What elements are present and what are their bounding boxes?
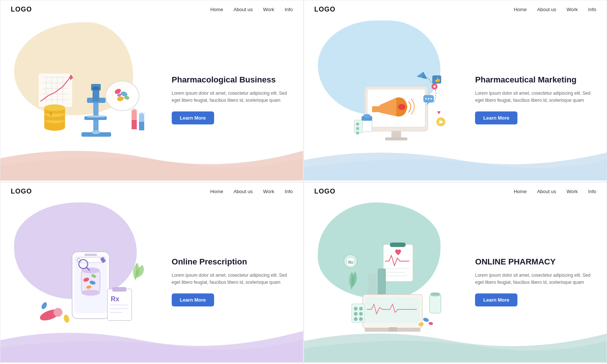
nav-3: LOGO Home About us Work Info [0, 182, 303, 201]
svg-text:Rx: Rx [111, 295, 119, 303]
text-area-3: Online Prescription Lorem ipsum dolor si… [166, 257, 291, 306]
nav-about-1[interactable]: About us [233, 7, 252, 12]
svg-text:$: $ [50, 111, 52, 116]
nav-about-2[interactable]: About us [537, 7, 556, 12]
panel-body-3: Rx [0, 201, 303, 363]
text-area-4: ONLINE PHARMACY Lorem ipsum dolor sit am… [469, 257, 595, 306]
logo-2: LOGO [314, 6, 336, 13]
svg-point-94 [41, 301, 48, 310]
learn-more-btn-1[interactable]: Learn More [172, 111, 214, 124]
svg-rect-109 [389, 327, 397, 332]
svg-point-18 [44, 104, 65, 111]
panel-body-4: Rx ONLINE PHARMACY Lorem ipsum dolor sit… [304, 201, 607, 363]
svg-point-27 [92, 87, 100, 90]
marketing-illustration: 👍 ♥ [331, 51, 454, 148]
logo-1: LOGO [11, 6, 32, 13]
panel-desc-1: Lorem ipsum dolor sit amet, cosectetur a… [172, 90, 291, 104]
svg-text:♥: ♥ [437, 109, 441, 116]
svg-point-80 [81, 290, 100, 296]
text-area-1: Pharmacological Business Lorem ipsum dol… [166, 75, 291, 124]
nav-home-4[interactable]: Home [514, 189, 527, 194]
nav-about-4[interactable]: About us [537, 189, 556, 194]
svg-rect-111 [430, 295, 441, 313]
svg-point-118 [354, 307, 358, 311]
nav-work-1[interactable]: Work [263, 7, 274, 12]
svg-rect-104 [378, 269, 386, 295]
svg-rect-47 [372, 106, 380, 112]
svg-point-55 [356, 131, 359, 134]
panel-title-3: Online Prescription [172, 257, 291, 267]
panel-marketing: LOGO Home About us Work Info [304, 0, 607, 182]
svg-marker-56 [417, 72, 423, 78]
panel-body-1: $ [0, 19, 303, 181]
nav-links-2: Home About us Work Info [514, 7, 596, 12]
logo-4: LOGO [314, 188, 336, 195]
nav-links-3: Home About us Work Info [210, 189, 293, 194]
svg-point-62 [425, 98, 427, 100]
nav-1: LOGO Home About us Work Info [0, 0, 303, 19]
nav-home-2[interactable]: Home [514, 7, 527, 12]
nav-2: LOGO Home About us Work Info [304, 0, 607, 19]
learn-more-btn-2[interactable]: Learn More [475, 111, 517, 124]
svg-rect-113 [431, 293, 440, 296]
panel-desc-3: Lorem ipsum dolor sit amet, cosectetur a… [172, 272, 291, 286]
panel-title-1: Pharmacological Business [172, 75, 291, 85]
svg-point-123 [359, 317, 363, 321]
svg-point-53 [356, 123, 359, 126]
nav-work-3[interactable]: Work [263, 189, 274, 194]
svg-point-120 [354, 312, 358, 316]
illustration-area-1: $ [12, 19, 166, 181]
panel-title-2: Pharmaceutical Marketing [475, 75, 595, 85]
svg-rect-37 [132, 120, 137, 129]
svg-point-64 [430, 98, 432, 100]
learn-more-btn-3[interactable]: Learn More [172, 293, 214, 306]
text-area-2: Pharmaceutical Marketing Lorem ipsum dol… [469, 75, 595, 124]
svg-point-121 [359, 312, 363, 316]
panel-pharmacological: LOGO Home About us Work Info [0, 0, 304, 182]
svg-point-116 [428, 322, 433, 325]
svg-point-48 [398, 104, 406, 110]
learn-more-btn-4[interactable]: Learn More [475, 293, 517, 306]
nav-4: LOGO Home About us Work Info [304, 182, 607, 201]
svg-point-63 [428, 98, 429, 100]
nav-info-4[interactable]: Info [588, 189, 596, 194]
pharmacological-illustration: $ [29, 51, 148, 148]
svg-text:👍: 👍 [435, 77, 441, 83]
svg-rect-52 [354, 120, 362, 133]
svg-rect-99 [390, 243, 406, 247]
nav-home-3[interactable]: Home [210, 189, 223, 194]
svg-rect-103 [368, 274, 377, 295]
panel-desc-2: Lorem ipsum dolor sit amet, cosectetur a… [475, 90, 595, 104]
panel-body-2: 👍 ♥ Ph [304, 19, 607, 181]
panel-desc-4: Lorem ipsum dolor sit amet, cosectetur a… [475, 272, 595, 286]
svg-rect-0 [39, 74, 72, 107]
panel-title-4: ONLINE PHARMACY [475, 257, 595, 267]
svg-point-122 [354, 317, 358, 321]
svg-text:Rx: Rx [348, 260, 353, 264]
svg-point-54 [356, 127, 359, 130]
nav-links-1: Home About us Work Info [210, 7, 293, 12]
nav-links-4: Home About us Work Info [514, 189, 596, 194]
illustration-area-4: Rx [316, 201, 469, 363]
nav-info-3[interactable]: Info [285, 189, 293, 194]
svg-rect-40 [139, 122, 144, 130]
svg-rect-106 [365, 297, 420, 323]
svg-point-119 [359, 307, 363, 311]
svg-point-51 [363, 114, 371, 118]
pharmacy-illustration: Rx [331, 231, 454, 332]
nav-about-3[interactable]: About us [233, 189, 252, 194]
illustration-area-2: 👍 ♥ [316, 19, 469, 181]
svg-rect-45 [385, 137, 407, 140]
svg-point-114 [423, 317, 429, 323]
nav-home-1[interactable]: Home [210, 7, 223, 12]
illustration-area-3: Rx [12, 201, 166, 363]
nav-info-2[interactable]: Info [588, 7, 596, 12]
nav-info-1[interactable]: Info [285, 7, 293, 12]
svg-rect-73 [84, 254, 97, 256]
nav-work-4[interactable]: Work [566, 189, 578, 194]
svg-rect-86 [112, 287, 126, 292]
svg-point-70 [433, 85, 436, 88]
nav-work-2[interactable]: Work [566, 7, 578, 12]
prescription-illustration: Rx [28, 231, 150, 332]
svg-point-95 [63, 314, 70, 324]
